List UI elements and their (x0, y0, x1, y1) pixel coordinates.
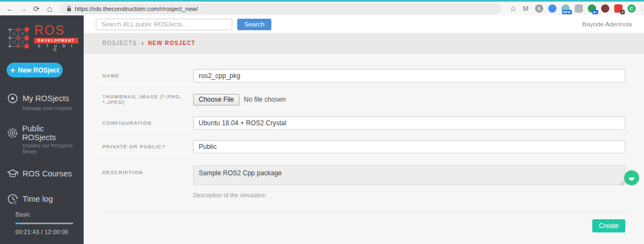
form-row-configuration: CONFIGURATION (97, 112, 630, 135)
description-label: DESCRIPTION (102, 165, 193, 175)
back-icon[interactable]: ← (4, 3, 15, 14)
plan-label: Basic (15, 211, 84, 218)
main-content: Search Bayode Aderinola ROSJECTS › NEW R… (84, 15, 644, 244)
new-rosject-form: NAME THUMBNAIL IMAGE (*.PNG, *.JPEG) Cho… (84, 53, 644, 244)
browser-chrome: ← → ⟳ ⌂ https://rds.theconstructsim.com/… (0, 0, 644, 15)
time-log-icon (7, 193, 19, 205)
new-rosject-button[interactable]: + New ROSject (7, 63, 63, 77)
new-badge: NEW (562, 10, 572, 14)
create-button[interactable]: Create (592, 219, 625, 232)
nine-plus-badge: 9+ (592, 10, 598, 14)
my-rosjects-icon (7, 92, 19, 104)
sidebar-item-my-rosjects[interactable]: My ROSjects Manage your rosjects (0, 90, 84, 114)
breadcrumb-rosjects[interactable]: ROSJECTS (102, 40, 137, 46)
gmail-extension-icon[interactable]: M (522, 4, 530, 13)
my-rosjects-subtitle: Manage your rosjects (23, 105, 78, 111)
browser-window: ← → ⟳ ⌂ https://rds.theconstructsim.com/… (0, 0, 644, 244)
smiley-icon (627, 173, 636, 182)
sidebar: ROS DEVELOPMENT S T U D I O + New ROSjec… (0, 15, 84, 244)
sidebar-item-ros-courses[interactable]: ROS Courses (0, 165, 84, 182)
configuration-input[interactable] (193, 117, 625, 130)
new-extension-icon[interactable]: NEW (561, 4, 570, 13)
sidebar-item-public-rosjects[interactable]: Public ROSjects Explore our ROSjects lib… (0, 121, 84, 157)
search-button[interactable]: Search (237, 19, 271, 30)
resize-grip-icon[interactable] (620, 181, 624, 185)
ros-courses-label: ROS Courses (23, 169, 72, 178)
chrome-separator (642, 5, 642, 13)
choose-file-button[interactable]: Choose File (193, 94, 239, 106)
public-rosjects-icon (7, 127, 18, 139)
privacy-label: PRIVATE OR PUBLIC? (102, 144, 193, 149)
time-log-value: 00:21:43 / 12:00:00 (15, 229, 84, 235)
lock-icon (67, 5, 72, 12)
file-status: No file chosen (244, 96, 286, 103)
breadcrumb-new-rosject: NEW ROSJECT (148, 40, 196, 46)
forward-icon[interactable]: → (18, 3, 29, 14)
skype-extension-icon[interactable]: S (535, 4, 543, 13)
grammarly-extension-icon[interactable]: C (627, 4, 636, 13)
ros-network-icon (7, 25, 31, 51)
ros-courses-icon (7, 168, 19, 180)
time-progress-fill (15, 223, 20, 224)
bookmark-star-icon[interactable]: ☆ (510, 4, 517, 13)
two-badge: 2 (620, 10, 624, 14)
topbar: Search Bayode Aderinola (84, 15, 644, 33)
time-log-label: Time log (23, 195, 53, 203)
search-input[interactable] (96, 19, 232, 30)
public-rosjects-label: Public ROSjects (22, 124, 78, 142)
form-row-name: NAME (97, 64, 630, 88)
username[interactable]: Bayode Aderinola (582, 21, 632, 27)
red-square-extension-icon[interactable]: 2 (614, 4, 623, 13)
ros-studio-logo[interactable]: ROS DEVELOPMENT S T U D I O (0, 22, 84, 52)
description-helper: Description of the simulation (193, 192, 625, 198)
form-row-thumbnail: THUMBNAIL IMAGE (*.PNG, *.JPEG) Choose F… (97, 88, 630, 112)
address-bar[interactable]: https://rds.theconstructsim.com/r/rosjec… (61, 4, 501, 14)
logo-title: ROS (34, 24, 78, 37)
url-text: https://rds.theconstructsim.com/r/rosjec… (75, 5, 198, 12)
configuration-label: CONFIGURATION (102, 120, 193, 126)
notifications-extension-icon[interactable]: 9+ (588, 4, 596, 13)
logo-studio: S T U D I O (34, 45, 78, 52)
extension-tray: ☆ M S NEW 9+ (510, 4, 644, 13)
maroon-extension-icon[interactable] (601, 4, 609, 13)
public-rosjects-subtitle: Explore our ROSjects library (23, 142, 78, 154)
chat-bubble-extension-icon[interactable] (575, 4, 583, 13)
plus-icon: + (10, 66, 15, 74)
breadcrumb: ROSJECTS › NEW ROSJECT (84, 33, 644, 53)
form-row-description: DESCRIPTION Sample ROS2 Cpp package Desc… (97, 159, 630, 204)
zoom-extension-icon[interactable] (548, 4, 556, 13)
reload-icon[interactable]: ⟳ (31, 3, 42, 14)
description-textarea[interactable]: Sample ROS2 Cpp package (193, 165, 625, 185)
thumbnail-label: THUMBNAIL IMAGE (*.PNG, *.JPEG) (102, 94, 193, 105)
logo-development: DEVELOPMENT (34, 38, 78, 43)
chevron-right-icon: › (141, 40, 144, 46)
name-label: NAME (102, 73, 193, 79)
privacy-input[interactable] (193, 140, 625, 153)
my-rosjects-label: My ROSjects (23, 94, 69, 103)
new-rosject-label: New ROSject (18, 66, 59, 74)
name-input[interactable] (193, 69, 625, 82)
time-progress-bar (15, 223, 73, 224)
chat-widget-button[interactable] (624, 170, 639, 185)
home-icon[interactable]: ⌂ (44, 3, 55, 14)
form-row-privacy: PRIVATE OR PUBLIC? (97, 135, 630, 159)
sidebar-item-time-log[interactable]: Time log (0, 190, 84, 208)
sidebar-menu: My ROSjects Manage your rosjects Public … (0, 90, 84, 208)
